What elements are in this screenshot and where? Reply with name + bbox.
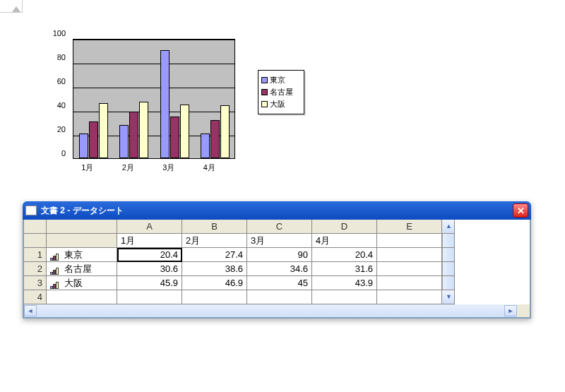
legend-label: 大阪 <box>270 99 285 109</box>
y-tick-label: 0 <box>49 149 66 158</box>
bar[interactable] <box>160 50 170 158</box>
datasheet-window[interactable]: 文書 2 - データシート ✕ ABCDE▲1月2月3月4月1 東京20.427… <box>23 201 531 319</box>
corner-cell <box>47 234 117 248</box>
x-axis-labels: 1月2月3月4月 <box>67 162 230 173</box>
bar-group[interactable] <box>201 105 230 158</box>
chart-legend[interactable]: 東京名古屋大阪 <box>258 70 304 114</box>
series-label-cell[interactable]: 大阪 <box>47 276 117 290</box>
bar[interactable] <box>119 125 129 158</box>
empty-cell[interactable] <box>377 290 442 304</box>
x-tick-label: 2月 <box>108 162 149 173</box>
bar-chart-icon <box>50 251 61 259</box>
window-title: 文書 2 - データシート <box>41 205 124 217</box>
empty-cell[interactable] <box>47 290 117 304</box>
empty-cell[interactable] <box>377 234 442 248</box>
data-cell[interactable]: 90 <box>247 248 312 262</box>
vertical-scrollbar[interactable] <box>442 234 455 248</box>
empty-cell[interactable] <box>377 262 442 276</box>
data-cell[interactable]: 34.6 <box>247 262 312 276</box>
bar-chart-icon <box>50 266 61 273</box>
legend-item[interactable]: 東京 <box>261 75 301 85</box>
data-cell[interactable]: 45 <box>247 276 312 290</box>
data-cell[interactable]: 31.6 <box>312 262 377 276</box>
y-axis-labels: 020406080100 <box>49 32 66 159</box>
legend-label: 東京 <box>270 75 285 85</box>
bar[interactable] <box>201 133 210 158</box>
bar[interactable] <box>220 105 230 158</box>
x-tick-label: 3月 <box>148 162 189 173</box>
bar-group[interactable] <box>119 102 149 158</box>
y-tick-label: 40 <box>49 101 66 109</box>
close-button[interactable]: ✕ <box>513 203 528 218</box>
chart-object-frame[interactable]: 020406080100 1月2月3月4月 東京名古屋大阪 <box>42 23 316 179</box>
series-label-cell[interactable]: 名古屋 <box>47 262 117 276</box>
empty-cell[interactable] <box>247 290 312 304</box>
row-header[interactable]: 3 <box>24 276 47 290</box>
vertical-scrollbar[interactable] <box>442 262 455 276</box>
y-tick-label: 60 <box>49 77 66 85</box>
empty-cell[interactable] <box>182 290 247 304</box>
legend-item[interactable]: 大阪 <box>261 99 301 109</box>
bar-chart-icon <box>50 280 61 287</box>
bar[interactable] <box>129 112 138 158</box>
scroll-left-button[interactable]: ◄ <box>24 305 37 316</box>
vertical-scrollbar[interactable] <box>442 248 455 262</box>
bar[interactable] <box>89 121 98 158</box>
scroll-down-button[interactable]: ▼ <box>442 290 455 304</box>
scroll-up-button[interactable]: ▲ <box>442 220 455 234</box>
legend-swatch <box>261 101 268 107</box>
month-header-cell[interactable]: 1月 <box>117 234 182 248</box>
x-tick-label: 4月 <box>189 162 230 173</box>
legend-item[interactable]: 名古屋 <box>261 87 301 97</box>
empty-cell[interactable] <box>117 290 182 304</box>
x-tick-label: 1月 <box>67 162 108 173</box>
horizontal-scrollbar[interactable]: ◄ ► <box>24 304 517 317</box>
data-cell[interactable]: 45.9 <box>117 276 182 290</box>
month-header-cell[interactable]: 3月 <box>247 234 312 248</box>
data-cell[interactable]: 20.4 <box>117 248 182 262</box>
month-header-cell[interactable]: 2月 <box>182 234 247 248</box>
legend-swatch <box>261 89 268 95</box>
column-header[interactable]: D <box>312 220 377 234</box>
y-tick-label: 100 <box>49 29 66 37</box>
chart-area[interactable]: 020406080100 1月2月3月4月 東京名古屋大阪 <box>47 28 311 174</box>
empty-cell[interactable] <box>377 248 442 262</box>
bar[interactable] <box>99 103 108 158</box>
bar-group[interactable] <box>79 103 109 158</box>
column-header[interactable]: B <box>182 220 247 234</box>
column-header[interactable]: E <box>377 220 442 234</box>
y-tick-label: 20 <box>49 125 66 133</box>
column-header[interactable]: A <box>117 220 182 234</box>
scroll-right-button[interactable]: ► <box>504 305 517 316</box>
data-cell[interactable]: 38.6 <box>182 262 247 276</box>
data-cell[interactable]: 46.9 <box>182 276 247 290</box>
bar[interactable] <box>210 120 220 158</box>
empty-cell[interactable] <box>377 276 442 290</box>
corner-cell <box>47 220 117 234</box>
series-label-cell[interactable]: 東京 <box>47 248 117 262</box>
column-header[interactable]: C <box>247 220 312 234</box>
data-cell[interactable]: 30.6 <box>117 262 182 276</box>
titlebar[interactable]: 文書 2 - データシート ✕ <box>23 201 531 220</box>
scrollbar-corner <box>517 304 530 317</box>
bar[interactable] <box>180 105 189 159</box>
legend-label: 名古屋 <box>270 87 293 97</box>
plot-area[interactable] <box>73 39 235 159</box>
bar-group[interactable] <box>160 50 190 158</box>
data-grid[interactable]: ABCDE▲1月2月3月4月1 東京20.427.49020.42 名古屋30.… <box>24 220 530 304</box>
data-cell[interactable]: 20.4 <box>312 248 377 262</box>
bar[interactable] <box>79 133 88 158</box>
datasheet-icon <box>25 206 37 215</box>
month-header-cell[interactable]: 4月 <box>312 234 377 248</box>
row-header[interactable]: 2 <box>24 262 47 276</box>
bar[interactable] <box>170 117 179 158</box>
bar[interactable] <box>139 102 148 158</box>
vertical-scrollbar[interactable] <box>442 276 455 290</box>
data-cell[interactable]: 27.4 <box>182 248 247 262</box>
data-cell[interactable]: 43.9 <box>312 276 377 290</box>
corner-cell <box>24 220 47 234</box>
corner-cell <box>24 234 47 248</box>
row-header[interactable]: 1 <box>24 248 47 262</box>
row-header[interactable]: 4 <box>24 290 47 304</box>
empty-cell[interactable] <box>312 290 377 304</box>
